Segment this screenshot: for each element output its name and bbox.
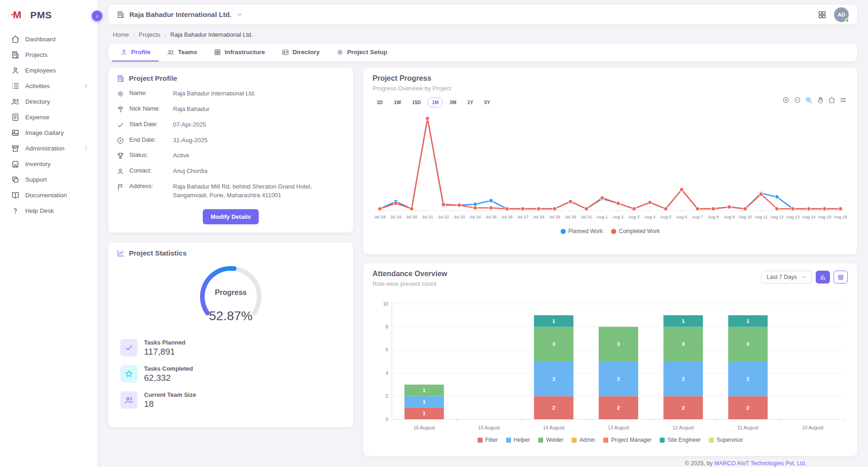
zoom-selection-icon[interactable]: [805, 96, 812, 104]
building-icon: [11, 50, 20, 59]
sidebar-item-projects[interactable]: Projects: [0, 47, 97, 62]
tab-profile[interactable]: Profile: [112, 44, 159, 61]
sidebar-item-inventory[interactable]: Inventory: [0, 156, 97, 172]
user-avatar[interactable]: AD: [834, 7, 849, 22]
legend-helper[interactable]: Helper: [506, 437, 530, 443]
stat-label: Tasks Completed: [144, 365, 193, 372]
tab-project-setup[interactable]: Project Setup: [328, 44, 395, 61]
field-value: Raja Bahadur Mill Rd, behind Sheraton Gr…: [173, 183, 334, 200]
reset-home-icon[interactable]: [828, 96, 835, 104]
sidebar-item-administration[interactable]: Administration: [0, 140, 97, 156]
sidebar-item-label: Employees: [25, 67, 89, 74]
svg-text:Jul 18: Jul 18: [374, 215, 386, 219]
profile-field-start-date: Start Date:07-Apr-2025: [117, 121, 345, 129]
project-progress-line-chart[interactable]: Jul 18Jul 19Jul 20Jul 21Jul 22Jul 23Jul …: [373, 110, 848, 225]
tab-infrastructure[interactable]: Infrastructure: [206, 44, 273, 61]
svg-text:Jul 24: Jul 24: [469, 215, 481, 219]
book-icon: [11, 191, 20, 200]
legend-supervisor[interactable]: Supervisor: [709, 437, 743, 443]
svg-text:0: 0: [385, 417, 388, 422]
modify-details-button[interactable]: Modify Details: [203, 209, 259, 224]
people-icon: [11, 97, 20, 106]
field-label: Nick Name:: [129, 105, 168, 112]
sidebar-item-help-desk[interactable]: Help Desk: [0, 203, 97, 218]
sidebar-item-activities[interactable]: Activities: [0, 78, 97, 94]
legend-welder[interactable]: Welder: [538, 437, 563, 443]
legend-completed-work[interactable]: Completed Work: [611, 228, 660, 234]
breadcrumb-home[interactable]: Home: [113, 31, 129, 38]
company-switcher[interactable]: Raja Bahadur International Ltd.: [117, 11, 243, 19]
field-value: 31-Aug-2025: [173, 136, 207, 145]
svg-text:Jul 23: Jul 23: [454, 215, 465, 219]
range-button-3m[interactable]: 3M: [445, 97, 461, 107]
table-view-button[interactable]: [834, 271, 848, 284]
svg-text:Jul 29: Jul 29: [549, 215, 560, 219]
legend-admin[interactable]: Admin: [572, 437, 595, 443]
field-label: Start Date:: [129, 121, 168, 128]
progress-gauge: Progress: [183, 259, 279, 322]
zoom-out-icon[interactable]: [794, 96, 801, 104]
legend-label: Helper: [514, 437, 530, 443]
legend-marker: [478, 438, 483, 443]
svg-text:Aug 10: Aug 10: [739, 215, 752, 219]
legend-fitter[interactable]: Fitter: [478, 437, 498, 443]
stat-current-team-size: Current Team Size18: [120, 391, 345, 409]
range-button-1d[interactable]: 1D: [373, 97, 387, 107]
sidebar-item-image-gallary[interactable]: Image Gallary: [0, 125, 97, 140]
bar-view-button[interactable]: [816, 271, 830, 284]
company-link[interactable]: MARCO AIoT Technologies Pvt. Ltd.: [714, 460, 807, 467]
stat-label: Current Team Size: [144, 391, 196, 398]
attendance-range-select[interactable]: Last 7 Days: [762, 271, 812, 284]
range-button-1m[interactable]: 1M: [428, 97, 443, 107]
tab-directory[interactable]: Directory: [273, 44, 328, 61]
svg-text:Aug 8: Aug 8: [708, 215, 719, 219]
attendance-bar-chart[interactable]: 024681011116 August15 August233114 Augus…: [373, 300, 848, 434]
svg-text:Aug 11: Aug 11: [755, 215, 768, 219]
profile-fields: Name:Raja Bahadur International Ltd.Nick…: [117, 89, 345, 200]
sidebar-item-employees[interactable]: Employees: [0, 62, 97, 78]
legend-planned-work[interactable]: Planned Work: [561, 228, 603, 234]
legend-label: Planned Work: [568, 228, 603, 234]
breadcrumb-projects[interactable]: Projects: [139, 31, 160, 38]
svg-text:3: 3: [682, 341, 684, 347]
tab-teams[interactable]: Teams: [159, 44, 206, 61]
svg-text:Aug 12: Aug 12: [770, 215, 784, 219]
file-text-icon: [11, 113, 20, 122]
svg-text:Aug 5: Aug 5: [660, 215, 671, 219]
svg-text:Jul 22: Jul 22: [438, 215, 449, 219]
chevron-down-icon: [801, 274, 807, 280]
sidebar-item-directory[interactable]: Directory: [0, 94, 97, 109]
image-icon: [11, 128, 20, 137]
field-label: Contact:: [129, 167, 168, 174]
svg-text:16 August: 16 August: [413, 425, 435, 430]
grid-menu-icon[interactable]: [818, 10, 827, 19]
project-progress-card: Project Progress Progress Overview by Pr…: [363, 68, 857, 254]
help-icon: [11, 206, 20, 215]
list-icon: [11, 82, 20, 90]
sidebar-item-documentation[interactable]: Documentation: [0, 187, 97, 203]
circle-dot-icon: [117, 137, 124, 145]
chart-toolbar: [782, 96, 847, 104]
svg-text:3: 3: [552, 376, 555, 382]
app-logo[interactable]: M PMS: [0, 0, 97, 28]
range-button-1w[interactable]: 1W: [389, 97, 405, 107]
breadcrumb-raja-bahadur-international-ltd: Raja Bahadur International Ltd.: [170, 31, 253, 38]
range-button-15d[interactable]: 15D: [408, 97, 425, 107]
legend-site-engineer[interactable]: Site Engineer: [660, 437, 701, 443]
pan-icon[interactable]: [817, 96, 824, 104]
sidebar-collapse-button[interactable]: ‹: [92, 11, 102, 21]
stat-label: Tasks Planned: [144, 339, 185, 346]
main-content: Raja Bahadur International Ltd. AD Home›…: [97, 0, 868, 467]
copy-icon: [11, 175, 20, 184]
sidebar-item-expense[interactable]: Expense: [0, 109, 97, 125]
range-button-1y[interactable]: 1Y: [463, 97, 478, 107]
company-name: Raja Bahadur International Ltd.: [129, 11, 232, 18]
sidebar-item-support[interactable]: Support: [0, 172, 97, 187]
sidebar-item-dashboard[interactable]: Dashboard: [0, 31, 97, 47]
menu-icon[interactable]: [840, 96, 847, 104]
range-button-5y[interactable]: 5Y: [480, 97, 494, 107]
zoom-in-icon[interactable]: [782, 96, 790, 104]
legend-marker: [561, 229, 566, 234]
legend-project-manager[interactable]: Project Manager: [603, 437, 651, 443]
project-progress-subtitle: Progress Overview by Project: [373, 85, 848, 92]
